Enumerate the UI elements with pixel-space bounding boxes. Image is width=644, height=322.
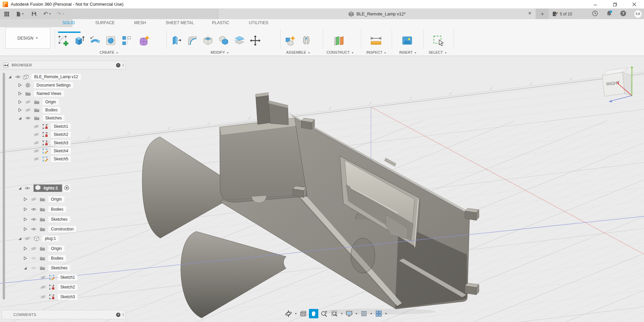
extrude-button[interactable]	[72, 32, 86, 49]
tree-expand-arrow[interactable]	[23, 255, 28, 262]
model-body[interactable]	[142, 93, 479, 318]
pan-button[interactable]	[309, 309, 318, 318]
app-grid-menu-button[interactable]	[3, 9, 11, 19]
visibility-eye-off-icon[interactable]	[34, 131, 39, 138]
browser-collapse-button[interactable]: ◀◀	[3, 63, 9, 68]
measure-button[interactable]	[369, 32, 383, 49]
new-tab-button[interactable]: +	[536, 9, 549, 19]
minimize-button[interactable]	[586, 0, 605, 9]
redo-button[interactable]: ↷▼	[55, 9, 66, 19]
restore-button[interactable]	[605, 0, 625, 9]
viewports-dropdown[interactable]: ▼	[385, 312, 387, 315]
press-pull-button[interactable]	[169, 32, 183, 49]
tree-expand-arrow[interactable]	[23, 196, 28, 203]
visibility-eye-off-icon[interactable]	[31, 196, 37, 203]
group-label-create[interactable]: CREATE ▼	[100, 50, 118, 54]
visibility-eye-off-icon[interactable]	[34, 147, 39, 155]
orbit-button[interactable]	[284, 309, 293, 318]
extensions-clock-button[interactable]	[592, 10, 598, 18]
tab-sheet-metal[interactable]: SHEET METAL	[166, 20, 194, 25]
orbit-dropdown[interactable]: ▼	[294, 312, 297, 315]
visibility-eye-off-icon[interactable]	[31, 245, 37, 252]
tree-expand-arrow[interactable]	[23, 206, 28, 213]
visibility-eye-icon[interactable]	[31, 225, 37, 233]
comments-grip[interactable]: ‖	[122, 313, 124, 317]
look-at-button[interactable]	[299, 309, 308, 318]
visibility-eye-icon[interactable]	[31, 206, 37, 213]
zoom-button[interactable]	[319, 309, 329, 318]
fit-dropdown[interactable]: ▼	[340, 312, 343, 315]
shell-button[interactable]	[201, 32, 215, 49]
fit-button[interactable]	[330, 309, 339, 318]
rectangular-pattern-button[interactable]	[119, 32, 133, 49]
combine-button[interactable]	[217, 32, 231, 49]
browser-scrollbar[interactable]	[3, 73, 5, 300]
tree-expand-arrow[interactable]	[17, 82, 22, 89]
hole-button[interactable]	[104, 32, 118, 49]
grid-and-snaps-dropdown[interactable]: ▼	[370, 312, 373, 315]
group-label-select[interactable]: SELECT ▼	[429, 50, 447, 54]
tree-expand-arrow-open[interactable]	[17, 114, 22, 122]
group-label-assemble[interactable]: ASSEMBLE ▼	[286, 50, 310, 54]
group-label-modify[interactable]: MODIFY ▼	[211, 50, 229, 54]
visibility-eye-icon[interactable]	[25, 114, 31, 122]
browser-grip[interactable]: ‖	[122, 63, 124, 67]
visibility-eye-off-icon[interactable]	[34, 123, 39, 130]
group-label-insert[interactable]: INSERT ▼	[399, 50, 417, 54]
comments-panel[interactable]: COMMENTS + ‖	[2, 310, 126, 319]
tree-expand-arrow-open[interactable]	[17, 235, 22, 242]
revolve-button[interactable]	[88, 32, 102, 49]
tree-expand-arrow-open[interactable]	[7, 73, 12, 80]
add-comment-button[interactable]: +	[116, 313, 120, 317]
tree-expand-arrow-open[interactable]	[23, 264, 28, 272]
job-status-button[interactable]: 5 of 10	[552, 9, 572, 19]
joint-button[interactable]	[299, 32, 313, 49]
3d-viewport[interactable]: ◀◀ BROWSER − ‖ BLE_Remote_Lamp v12Docume…	[0, 56, 644, 322]
visibility-eye-off-icon[interactable]	[40, 283, 46, 291]
selected-item[interactable]: lights:1	[34, 184, 70, 192]
tree-expand-arrow[interactable]	[23, 225, 28, 233]
split-body-button[interactable]	[232, 32, 247, 49]
tree-expand-arrow[interactable]	[23, 216, 28, 223]
group-label-construct[interactable]: CONSTRUCT ▼	[327, 50, 354, 54]
visibility-eye-icon[interactable]	[31, 216, 37, 223]
tree-expand-arrow[interactable]	[23, 245, 28, 252]
move-button[interactable]	[248, 32, 262, 49]
create-sketch-button[interactable]	[56, 32, 70, 49]
tab-surface[interactable]: SURFACE	[95, 20, 115, 25]
grid-and-snaps-button[interactable]	[359, 309, 369, 318]
create-form-button[interactable]	[137, 32, 151, 49]
file-menu-button[interactable]: ▼	[15, 9, 25, 19]
visibility-eye-off-icon[interactable]	[24, 235, 30, 242]
select-window-button[interactable]	[431, 32, 445, 49]
document-tab-close-button[interactable]: ✕	[528, 11, 532, 16]
visibility-eye-off-icon[interactable]	[25, 106, 31, 114]
group-label-inspect[interactable]: INSPECT ▼	[366, 50, 386, 54]
viewports-button[interactable]	[374, 309, 383, 318]
ground-component-icon[interactable]	[63, 185, 70, 192]
tree-expand-arrow-open[interactable]	[17, 184, 22, 192]
visibility-eye-faded-icon[interactable]	[31, 264, 37, 272]
insert-image-button[interactable]	[400, 32, 414, 49]
display-settings-button[interactable]	[344, 309, 354, 318]
tab-mesh[interactable]: MESH	[134, 20, 146, 25]
visibility-eye-icon[interactable]	[15, 73, 21, 80]
view-cube[interactable]: RIGHT	[598, 62, 644, 104]
user-avatar[interactable]: KA	[634, 10, 642, 18]
visibility-eye-off-icon[interactable]	[40, 293, 46, 301]
tab-utilities[interactable]: UTILITIES	[249, 20, 268, 25]
tab-plastic[interactable]: PLASTIC	[212, 20, 229, 25]
visibility-eye-icon[interactable]	[24, 184, 30, 192]
tree-expand-arrow[interactable]	[17, 98, 22, 106]
workspace-selector[interactable]: DESIGN▼	[5, 28, 50, 49]
new-component-button[interactable]	[283, 32, 298, 49]
tree-expand-arrow[interactable]	[17, 90, 22, 97]
visibility-eye-off-icon[interactable]	[34, 155, 39, 163]
visibility-eye-off-icon[interactable]	[34, 139, 39, 147]
tab-solid[interactable]: SOLID	[62, 20, 75, 25]
help-button[interactable]: ?	[620, 10, 627, 18]
notifications-button[interactable]	[606, 10, 612, 18]
display-settings-dropdown[interactable]: ▼	[355, 312, 358, 315]
document-tab[interactable]: BLE_Remote_Lamp v12* ✕	[218, 9, 536, 19]
close-button[interactable]	[625, 0, 644, 9]
